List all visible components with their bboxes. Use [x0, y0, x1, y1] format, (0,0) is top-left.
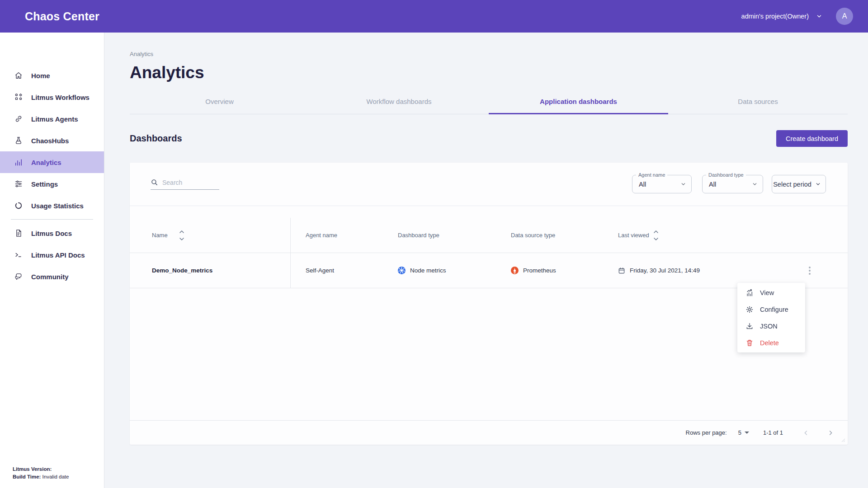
menu-item-delete[interactable]: Delete	[737, 334, 805, 351]
download-icon	[745, 322, 754, 330]
filter-bar: Agent name All Dashboard type All	[130, 163, 848, 206]
sidebar-item-litmus-agents[interactable]: Litmus Agents	[0, 108, 104, 130]
sliders-icon	[14, 179, 23, 189]
row-last-viewed: Friday, 30 Jul 2021, 14:49	[603, 267, 777, 274]
row-data-source-type: Prometheus	[496, 267, 603, 274]
tab-workflow-dashboards[interactable]: Workflow dashboards	[309, 90, 489, 114]
row-options-kebab-icon[interactable]	[807, 265, 812, 277]
next-page-button[interactable]	[825, 427, 836, 438]
column-data-source-type: Data source type	[496, 232, 603, 239]
column-agent-name: Agent name	[291, 232, 383, 239]
resize-handle-icon	[841, 438, 845, 442]
section-title: Dashboards	[130, 133, 182, 144]
tab-data-sources[interactable]: Data sources	[668, 90, 848, 114]
rows-per-page-select[interactable]: 5	[738, 429, 749, 436]
search-box[interactable]	[151, 178, 219, 190]
sidebar-item-litmus-workflows[interactable]: Litmus Workflows	[0, 86, 104, 108]
previous-page-button[interactable]	[801, 427, 811, 438]
agent-name-select[interactable]: Agent name All	[632, 175, 692, 193]
loader-circle-icon	[14, 201, 23, 211]
menu-item-json[interactable]: JSON	[737, 318, 805, 334]
tab-bar: Overview Workflow dashboards Application…	[130, 90, 848, 114]
bar-chart-icon	[14, 158, 23, 167]
sidebar: Home Litmus Workflows Litmus Agents Chao…	[0, 33, 104, 488]
sidebar-item-usage-statistics[interactable]: Usage Statistics	[0, 195, 104, 216]
menu-item-view[interactable]: View	[737, 284, 805, 301]
workflows-icon	[14, 93, 23, 102]
sidebar-item-litmus-docs[interactable]: Litmus Docs	[0, 222, 104, 244]
trash-icon	[745, 339, 754, 347]
create-dashboard-button[interactable]: Create dashboard	[776, 130, 848, 147]
version-info: Litmus Version: Build Time: Invalid date	[13, 465, 69, 481]
row-context-menu: View Configure JSON Delete	[737, 283, 805, 352]
sort-arrows-icon[interactable]	[179, 230, 184, 240]
project-selector[interactable]: admin's project(Owner)	[741, 13, 822, 20]
calendar-icon	[618, 267, 625, 274]
search-icon	[151, 178, 158, 186]
select-period-button[interactable]: Select period	[772, 175, 826, 193]
gear-icon	[745, 305, 754, 314]
chevron-down-icon	[752, 181, 758, 187]
row-name: Demo_Node_metrics	[130, 253, 291, 288]
prometheus-icon	[511, 267, 519, 274]
caret-down-icon	[745, 432, 749, 434]
chevron-down-icon	[815, 181, 821, 187]
chat-icon	[14, 272, 23, 282]
pagination-bar: Rows per page: 5 1-1 of 1	[130, 420, 848, 445]
document-icon	[14, 229, 23, 238]
column-last-viewed[interactable]: Last viewed	[603, 230, 777, 240]
terminal-icon	[14, 250, 23, 260]
sidebar-item-settings[interactable]: Settings	[0, 173, 104, 195]
sidebar-item-chaoshubs[interactable]: ChaosHubs	[0, 130, 104, 151]
sort-arrows-icon[interactable]	[654, 230, 658, 240]
kubernetes-icon	[398, 267, 406, 274]
chevron-down-icon	[816, 13, 822, 19]
column-name[interactable]: Name	[130, 218, 291, 253]
view-chart-icon	[745, 289, 754, 297]
sidebar-item-litmus-api-docs[interactable]: Litmus API Docs	[0, 244, 104, 266]
top-header: Chaos Center admin's project(Owner) A	[0, 0, 868, 33]
tab-application-dashboards[interactable]: Application dashboards	[489, 90, 668, 114]
menu-item-configure[interactable]: Configure	[737, 301, 805, 318]
main-content: Analytics Analytics Overview Workflow da…	[104, 33, 868, 488]
sidebar-item-community[interactable]: Community	[0, 266, 104, 287]
row-dashboard-type: Node metrics	[383, 267, 496, 274]
tab-overview[interactable]: Overview	[130, 90, 309, 114]
pagination-range: 1-1 of 1	[763, 429, 783, 436]
dashboard-type-select[interactable]: Dashboard type All	[702, 175, 763, 193]
app-title: Chaos Center	[25, 10, 99, 23]
project-name: admin's project(Owner)	[741, 13, 809, 20]
table-header: Name Agent name Dashboard type Data sour…	[130, 218, 848, 253]
link-icon	[14, 114, 23, 124]
row-actions	[777, 265, 848, 277]
column-dashboard-type: Dashboard type	[383, 232, 496, 239]
page-title: Analytics	[130, 63, 848, 82]
row-agent-name: Self-Agent	[291, 267, 383, 274]
sidebar-divider	[11, 219, 93, 220]
flask-icon	[14, 136, 23, 145]
breadcrumb: Analytics	[130, 51, 848, 57]
rows-per-page-label: Rows per page:	[686, 429, 727, 436]
chevron-down-icon	[680, 181, 686, 187]
home-icon	[14, 71, 23, 80]
search-input[interactable]	[162, 179, 214, 186]
sidebar-item-home[interactable]: Home	[0, 65, 104, 86]
avatar[interactable]: A	[836, 8, 853, 25]
sidebar-item-analytics[interactable]: Analytics	[0, 151, 104, 173]
